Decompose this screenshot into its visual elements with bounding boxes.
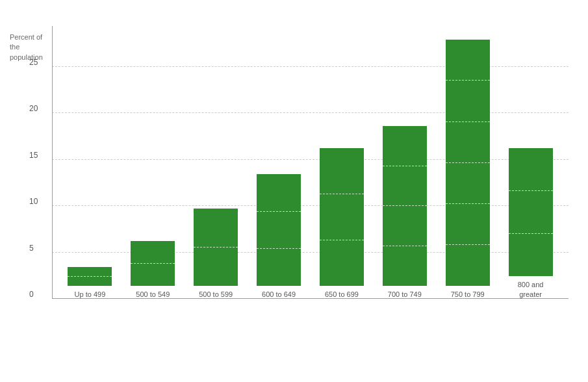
- chart-area: Percent of the population 0510152025 Up …: [52, 26, 569, 299]
- bar-group: 700 to 749: [373, 26, 436, 299]
- grid-label: 0: [29, 290, 34, 299]
- bar-dash: [383, 205, 427, 206]
- bar: [131, 241, 175, 286]
- bar-label: Up to 499: [75, 290, 106, 299]
- bar-group: 500 to 599: [185, 26, 248, 299]
- bar-dash: [509, 233, 553, 234]
- bar-label: 800 and greater: [518, 280, 544, 299]
- grid-label: 15: [29, 151, 38, 160]
- bar-dash: [383, 246, 427, 246]
- bar-dashes: [131, 241, 175, 286]
- grid-label: 25: [29, 58, 38, 67]
- bar-group: 800 and greater: [499, 26, 562, 299]
- bar: [320, 148, 364, 285]
- bar-group: 650 to 699: [311, 26, 374, 299]
- bar-label: 750 to 799: [451, 290, 485, 299]
- bar-dash: [509, 190, 553, 191]
- bar-dash: [446, 162, 490, 163]
- grid-label: 5: [29, 244, 34, 253]
- bar-dashes: [320, 148, 364, 285]
- bar-label: 700 to 749: [388, 290, 422, 299]
- bar-dash: [257, 248, 301, 249]
- bar-group: 750 to 799: [436, 26, 499, 299]
- bar-dash: [194, 247, 238, 248]
- bar-dashes: [383, 126, 427, 286]
- y-axis-line: [52, 26, 53, 299]
- bar-dash: [446, 203, 490, 204]
- bar-dashes: [257, 174, 301, 285]
- bar: [68, 267, 112, 286]
- bar-dash: [446, 80, 490, 81]
- bar-dash: [68, 276, 112, 277]
- bar-dashes: [68, 267, 112, 286]
- bar-group: 500 to 549: [121, 26, 185, 299]
- grid-label: 10: [29, 197, 38, 206]
- x-axis-line: [52, 298, 569, 299]
- bar-dashes: [446, 40, 490, 286]
- bar-dash: [320, 240, 364, 240]
- bar-dash: [131, 263, 175, 264]
- bar-label: 500 to 599: [199, 290, 233, 299]
- bar-dashes: [509, 148, 553, 276]
- bar-dash: [257, 211, 301, 212]
- bar: [257, 174, 301, 285]
- bar: [446, 40, 490, 286]
- bar-dash: [320, 194, 364, 194]
- grid-label: 20: [29, 104, 38, 113]
- bar-group: 600 to 649: [248, 26, 311, 299]
- bars-container: Up to 499500 to 549500 to 599600 to 6496…: [52, 26, 569, 299]
- chart-container: Percent of the population 0510152025 Up …: [0, 0, 588, 382]
- bar-label: 600 to 649: [262, 290, 296, 299]
- bar-group: Up to 499: [58, 26, 121, 299]
- bar-dashes: [194, 209, 238, 286]
- bar-label: 650 to 699: [325, 290, 359, 299]
- bar: [194, 209, 238, 286]
- bar: [509, 148, 553, 276]
- bar-dash: [446, 121, 490, 122]
- bar: [383, 126, 427, 286]
- bar-label: 500 to 549: [136, 290, 170, 299]
- bar-dash: [383, 166, 427, 166]
- bar-dash: [446, 244, 490, 245]
